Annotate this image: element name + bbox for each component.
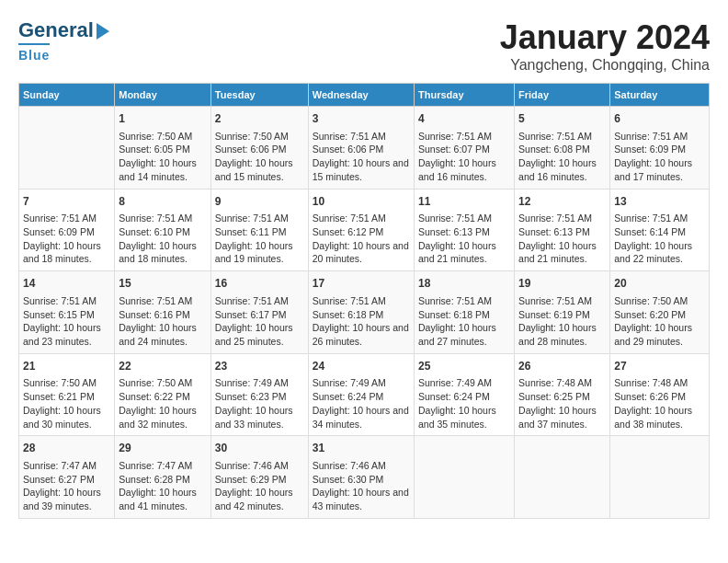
day-info: Sunrise: 7:51 AM Sunset: 6:07 PM Dayligh… bbox=[418, 130, 510, 184]
day-info: Sunrise: 7:51 AM Sunset: 6:15 PM Dayligh… bbox=[23, 294, 110, 349]
logo-blue: Blue bbox=[18, 48, 50, 63]
calendar-cell: 21Sunrise: 7:50 AM Sunset: 6:21 PM Dayli… bbox=[19, 353, 115, 436]
calendar-week-1: 1Sunrise: 7:50 AM Sunset: 6:05 PM Daylig… bbox=[19, 107, 710, 190]
day-number: 7 bbox=[23, 194, 110, 210]
col-wednesday: Wednesday bbox=[308, 84, 414, 107]
day-number: 5 bbox=[518, 111, 606, 127]
col-sunday: Sunday bbox=[19, 84, 115, 107]
day-info: Sunrise: 7:51 AM Sunset: 6:11 PM Dayligh… bbox=[215, 212, 304, 266]
day-info: Sunrise: 7:51 AM Sunset: 6:13 PM Dayligh… bbox=[518, 212, 606, 266]
day-number: 29 bbox=[119, 441, 207, 456]
calendar-cell: 8Sunrise: 7:51 AM Sunset: 6:10 PM Daylig… bbox=[115, 189, 211, 271]
day-info: Sunrise: 7:50 AM Sunset: 6:05 PM Dayligh… bbox=[119, 130, 207, 184]
day-info: Sunrise: 7:51 AM Sunset: 6:18 PM Dayligh… bbox=[313, 294, 410, 349]
day-info: Sunrise: 7:51 AM Sunset: 6:14 PM Dayligh… bbox=[614, 212, 705, 266]
col-saturday: Saturday bbox=[610, 84, 710, 107]
calendar-cell: 2Sunrise: 7:50 AM Sunset: 6:06 PM Daylig… bbox=[210, 107, 308, 190]
calendar-cell bbox=[415, 436, 515, 519]
day-info: Sunrise: 7:51 AM Sunset: 6:13 PM Dayligh… bbox=[418, 212, 510, 266]
calendar-cell: 11Sunrise: 7:51 AM Sunset: 6:13 PM Dayli… bbox=[415, 189, 515, 271]
calendar-cell: 25Sunrise: 7:49 AM Sunset: 6:24 PM Dayli… bbox=[415, 353, 515, 436]
logo-general: General bbox=[18, 18, 94, 42]
day-number: 8 bbox=[119, 194, 207, 210]
day-info: Sunrise: 7:50 AM Sunset: 6:06 PM Dayligh… bbox=[215, 130, 304, 184]
calendar-cell: 14Sunrise: 7:51 AM Sunset: 6:15 PM Dayli… bbox=[19, 271, 115, 354]
calendar-cell: 18Sunrise: 7:51 AM Sunset: 6:18 PM Dayli… bbox=[415, 271, 515, 354]
day-info: Sunrise: 7:47 AM Sunset: 6:27 PM Dayligh… bbox=[23, 459, 110, 513]
page-header: General Blue January 2024 Yangcheng, Cho… bbox=[18, 18, 710, 74]
calendar-cell: 30Sunrise: 7:46 AM Sunset: 6:29 PM Dayli… bbox=[210, 436, 308, 519]
logo: General Blue bbox=[18, 18, 109, 63]
calendar-cell: 28Sunrise: 7:47 AM Sunset: 6:27 PM Dayli… bbox=[19, 436, 115, 519]
day-number: 25 bbox=[418, 359, 510, 374]
col-monday: Monday bbox=[115, 84, 211, 107]
logo-arrow-icon bbox=[97, 23, 109, 40]
day-info: Sunrise: 7:47 AM Sunset: 6:28 PM Dayligh… bbox=[119, 459, 207, 513]
day-number: 23 bbox=[215, 359, 304, 374]
day-number: 17 bbox=[313, 276, 410, 292]
day-number: 2 bbox=[215, 111, 304, 127]
day-info: Sunrise: 7:49 AM Sunset: 6:24 PM Dayligh… bbox=[313, 376, 410, 431]
day-info: Sunrise: 7:51 AM Sunset: 6:06 PM Dayligh… bbox=[313, 130, 410, 184]
day-info: Sunrise: 7:51 AM Sunset: 6:17 PM Dayligh… bbox=[215, 294, 304, 349]
day-number: 28 bbox=[23, 441, 110, 456]
day-number: 21 bbox=[23, 359, 110, 374]
col-friday: Friday bbox=[515, 84, 610, 107]
day-number: 14 bbox=[23, 276, 110, 292]
calendar-cell: 1Sunrise: 7:50 AM Sunset: 6:05 PM Daylig… bbox=[115, 107, 211, 190]
calendar-header: Sunday Monday Tuesday Wednesday Thursday… bbox=[19, 84, 710, 107]
day-info: Sunrise: 7:51 AM Sunset: 6:09 PM Dayligh… bbox=[614, 130, 705, 184]
day-info: Sunrise: 7:51 AM Sunset: 6:09 PM Dayligh… bbox=[23, 212, 110, 266]
calendar-cell bbox=[515, 436, 610, 519]
day-number: 3 bbox=[313, 111, 410, 127]
calendar-cell: 12Sunrise: 7:51 AM Sunset: 6:13 PM Dayli… bbox=[515, 189, 610, 271]
calendar-cell: 4Sunrise: 7:51 AM Sunset: 6:07 PM Daylig… bbox=[415, 107, 515, 190]
day-info: Sunrise: 7:49 AM Sunset: 6:24 PM Dayligh… bbox=[418, 376, 510, 431]
day-number: 19 bbox=[518, 276, 606, 292]
calendar-cell: 22Sunrise: 7:50 AM Sunset: 6:22 PM Dayli… bbox=[115, 353, 211, 436]
day-number: 12 bbox=[518, 194, 606, 210]
calendar-cell: 29Sunrise: 7:47 AM Sunset: 6:28 PM Dayli… bbox=[115, 436, 211, 519]
day-number: 6 bbox=[614, 111, 705, 127]
calendar-cell: 31Sunrise: 7:46 AM Sunset: 6:30 PM Dayli… bbox=[308, 436, 414, 519]
title-block: January 2024 Yangcheng, Chongqing, China bbox=[500, 18, 710, 74]
day-number: 1 bbox=[119, 111, 207, 127]
calendar-cell: 9Sunrise: 7:51 AM Sunset: 6:11 PM Daylig… bbox=[210, 189, 308, 271]
calendar-cell: 13Sunrise: 7:51 AM Sunset: 6:14 PM Dayli… bbox=[610, 189, 710, 271]
day-info: Sunrise: 7:51 AM Sunset: 6:10 PM Dayligh… bbox=[119, 212, 207, 266]
day-number: 15 bbox=[119, 276, 207, 292]
calendar-cell: 16Sunrise: 7:51 AM Sunset: 6:17 PM Dayli… bbox=[210, 271, 308, 354]
day-number: 18 bbox=[418, 276, 510, 292]
calendar-table: Sunday Monday Tuesday Wednesday Thursday… bbox=[18, 83, 710, 519]
col-thursday: Thursday bbox=[415, 84, 515, 107]
day-info: Sunrise: 7:48 AM Sunset: 6:25 PM Dayligh… bbox=[518, 376, 606, 431]
day-number: 4 bbox=[418, 111, 510, 127]
day-number: 16 bbox=[215, 276, 304, 292]
calendar-cell: 17Sunrise: 7:51 AM Sunset: 6:18 PM Dayli… bbox=[308, 271, 414, 354]
day-info: Sunrise: 7:48 AM Sunset: 6:26 PM Dayligh… bbox=[614, 376, 705, 431]
day-info: Sunrise: 7:51 AM Sunset: 6:18 PM Dayligh… bbox=[418, 294, 510, 349]
calendar-cell: 20Sunrise: 7:50 AM Sunset: 6:20 PM Dayli… bbox=[610, 271, 710, 354]
page-subtitle: Yangcheng, Chongqing, China bbox=[500, 57, 710, 74]
day-number: 30 bbox=[215, 441, 304, 456]
calendar-week-2: 7Sunrise: 7:51 AM Sunset: 6:09 PM Daylig… bbox=[19, 189, 710, 271]
calendar-cell: 5Sunrise: 7:51 AM Sunset: 6:08 PM Daylig… bbox=[515, 107, 610, 190]
day-info: Sunrise: 7:46 AM Sunset: 6:29 PM Dayligh… bbox=[215, 459, 304, 513]
day-number: 13 bbox=[614, 194, 705, 210]
calendar-cell: 6Sunrise: 7:51 AM Sunset: 6:09 PM Daylig… bbox=[610, 107, 710, 190]
day-info: Sunrise: 7:50 AM Sunset: 6:21 PM Dayligh… bbox=[23, 376, 110, 431]
page-title: January 2024 bbox=[500, 18, 710, 57]
col-tuesday: Tuesday bbox=[210, 84, 308, 107]
calendar-cell bbox=[610, 436, 710, 519]
day-info: Sunrise: 7:50 AM Sunset: 6:22 PM Dayligh… bbox=[119, 376, 207, 431]
day-info: Sunrise: 7:46 AM Sunset: 6:30 PM Dayligh… bbox=[313, 459, 410, 513]
day-info: Sunrise: 7:51 AM Sunset: 6:08 PM Dayligh… bbox=[518, 130, 606, 184]
calendar-cell: 19Sunrise: 7:51 AM Sunset: 6:19 PM Dayli… bbox=[515, 271, 610, 354]
calendar-cell: 26Sunrise: 7:48 AM Sunset: 6:25 PM Dayli… bbox=[515, 353, 610, 436]
calendar-cell: 10Sunrise: 7:51 AM Sunset: 6:12 PM Dayli… bbox=[308, 189, 414, 271]
calendar-cell: 7Sunrise: 7:51 AM Sunset: 6:09 PM Daylig… bbox=[19, 189, 115, 271]
calendar-cell bbox=[19, 107, 115, 190]
day-info: Sunrise: 7:51 AM Sunset: 6:12 PM Dayligh… bbox=[313, 212, 410, 266]
day-info: Sunrise: 7:51 AM Sunset: 6:19 PM Dayligh… bbox=[518, 294, 606, 349]
day-number: 11 bbox=[418, 194, 510, 210]
